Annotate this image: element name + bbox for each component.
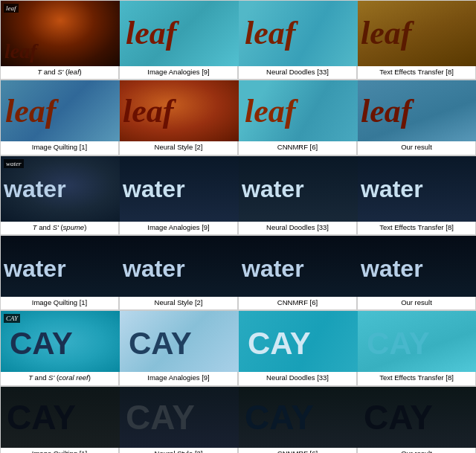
image-text-r5ac1: CAY	[10, 326, 73, 362]
cell-r5ac1: CAYCAYT and S' (coral reef)	[0, 310, 119, 385]
image-area-r4c4: water	[358, 236, 476, 297]
cell-r3c3: waterNeural Doodles [33]	[238, 155, 357, 235]
image-text-r1c2: leaf	[126, 14, 176, 52]
caption-r5bc4: Our result	[358, 448, 475, 453]
image-area-r3c2: water	[120, 156, 239, 222]
image-area-r3c3: water	[239, 156, 358, 222]
image-text-r5bc2: CAY	[126, 397, 195, 437]
cell-r2c3: leafCNNMRF [6]	[238, 80, 357, 155]
image-text-r1c4: leaf	[361, 14, 411, 52]
image-area-r2c2: leaf	[120, 80, 239, 141]
caption-r4c1: Image Quilting [1]	[1, 297, 118, 309]
cell-r4c1: waterImage Quilting [1]	[0, 235, 119, 310]
cell-r4c2: waterNeural Style [2]	[119, 235, 238, 310]
image-area-r2c3: leaf	[239, 80, 358, 141]
caption-r4c4: Our result	[358, 297, 475, 309]
image-text-r3c2: water	[123, 176, 185, 203]
cell-r5bc3: CAYCNNMRF [6]	[238, 386, 357, 453]
caption-r3c3: Neural Doodles [33]	[239, 222, 356, 234]
cell-r5bc2: CAYNeural Style [2]	[119, 386, 238, 453]
caption-r5ac4: Text Effects Transfer [8]	[358, 372, 475, 385]
caption-r5bc1: Image Quilting [1]	[1, 448, 118, 453]
cell-r5ac4: CAYText Effects Transfer [8]	[357, 310, 476, 385]
image-area-r5bc2: CAY	[120, 387, 239, 448]
cell-r5ac3: CAYNeural Doodles [33]	[238, 310, 357, 385]
image-area-r5ac2: CAY	[120, 311, 239, 372]
cell-r4c3: waterCNNMRF [6]	[238, 235, 357, 310]
image-area-r1c2: leaf	[120, 1, 239, 66]
cell-r1c4: leafText Effects Transfer [8]	[357, 0, 476, 80]
caption-r2c4: Our result	[358, 141, 475, 154]
cell-r2c2: leafNeural Style [2]	[119, 80, 238, 155]
image-area-r5bc4: CAY	[358, 387, 476, 448]
image-area-r5ac4: CAY	[358, 311, 476, 372]
cell-r2c4: leafOur result	[357, 80, 476, 155]
caption-r2c2: Neural Style [2]	[120, 141, 237, 154]
image-area-r4c3: water	[239, 236, 358, 297]
caption-r5ac3: Neural Doodles [33]	[239, 372, 356, 385]
image-area-r5bc3: CAY	[239, 387, 358, 448]
caption-r1c1: T and S' (leaf)	[1, 66, 118, 79]
image-area-r4c2: water	[120, 236, 239, 297]
caption-r1c3: Neural Doodles [33]	[239, 66, 356, 79]
badge-r3c1: water	[4, 159, 24, 168]
image-text-r5ac2: CAY	[129, 326, 192, 362]
image-area-r4c1: water	[1, 236, 120, 297]
cell-r3c2: waterImage Analogies [9]	[119, 155, 238, 235]
image-text-r4c1: water	[4, 255, 66, 283]
caption-r5ac1: T and S' (coral reef)	[1, 372, 118, 385]
cell-r2c1: leafImage Quilting [1]	[0, 80, 119, 155]
cell-r5bc1: CAYImage Quilting [1]	[0, 386, 119, 453]
caption-r4c2: Neural Style [2]	[120, 297, 237, 309]
image-text-r2c2: leaf	[123, 92, 173, 130]
image-text-r4c4: water	[361, 255, 423, 283]
cell-r1c2: leafImage Analogies [9]	[119, 0, 238, 80]
image-text-r5ac4: CAY	[367, 326, 430, 362]
image-area-r1c1: leafleaf	[1, 1, 120, 66]
image-text-r2c4: leaf	[361, 92, 411, 130]
image-area-r2c4: leaf	[358, 80, 476, 141]
caption-r1c2: Image Analogies [9]	[120, 66, 237, 79]
image-text-r1c1: leaf	[4, 39, 37, 63]
caption-r5bc2: Neural Style [2]	[120, 448, 237, 453]
badge-r1c1: leaf	[4, 4, 19, 13]
caption-r1c4: Text Effects Transfer [8]	[358, 66, 475, 79]
image-area-r5bc1: CAY	[1, 387, 120, 448]
badge-r5ac1: CAY	[4, 314, 20, 323]
image-area-r1c3: leaf	[239, 1, 358, 66]
image-text-r2c1: leaf	[5, 92, 56, 130]
image-area-r2c1: leaf	[1, 80, 120, 141]
caption-r5ac2: Image Analogies [9]	[120, 372, 237, 385]
image-text-r5bc1: CAY	[7, 397, 76, 437]
image-area-r5ac3: CAY	[239, 311, 358, 372]
caption-r2c3: CNNMRF [6]	[239, 141, 356, 154]
image-text-r3c4: water	[361, 176, 423, 203]
caption-r3c4: Text Effects Transfer [8]	[358, 222, 475, 234]
image-area-r1c4: leaf	[358, 1, 476, 66]
image-text-r4c3: water	[242, 255, 304, 283]
caption-r5bc3: CNNMRF [6]	[239, 448, 356, 453]
caption-r3c2: Image Analogies [9]	[120, 222, 237, 234]
image-area-r3c1: waterwater	[1, 156, 120, 222]
cell-r3c4: waterText Effects Transfer [8]	[357, 155, 476, 235]
image-area-r3c4: water	[358, 156, 476, 222]
main-container: leafleafT and S' (leaf)leafImage Analogi…	[0, 0, 476, 453]
cell-r1c3: leafNeural Doodles [33]	[238, 0, 357, 80]
image-text-r5bc4: CAY	[364, 397, 433, 437]
cell-r5bc4: CAYOur result	[357, 386, 476, 453]
image-area-r5ac1: CAYCAY	[1, 311, 120, 372]
cell-r5ac2: CAYImage Analogies [9]	[119, 310, 238, 385]
image-text-r3c1: water	[4, 176, 66, 203]
cell-r3c1: waterwaterT and S' (spume)	[0, 155, 119, 235]
caption-r3c1: T and S' (spume)	[1, 222, 118, 234]
cell-r4c4: waterOur result	[357, 235, 476, 310]
image-text-r5ac3: CAY	[248, 326, 311, 362]
caption-r4c3: CNNMRF [6]	[239, 297, 356, 309]
cell-r1c1: leafleafT and S' (leaf)	[0, 0, 119, 80]
image-text-r5bc3: CAY	[245, 397, 314, 437]
comparison-grid: leafleafT and S' (leaf)leafImage Analogi…	[0, 0, 476, 453]
image-text-r1c3: leaf	[245, 14, 295, 52]
image-text-r3c3: water	[242, 176, 304, 203]
caption-r2c1: Image Quilting [1]	[1, 141, 118, 154]
image-text-r4c2: water	[123, 255, 185, 283]
